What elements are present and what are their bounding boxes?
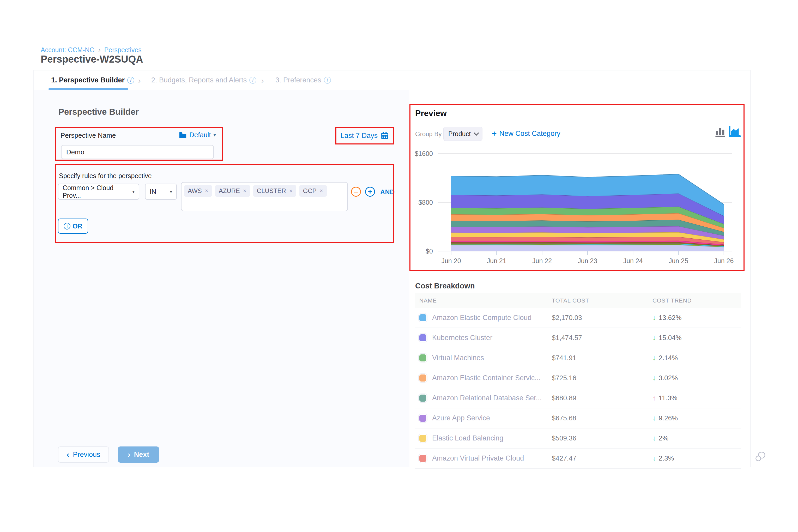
column-header-cost-trend: COST TREND	[652, 297, 741, 304]
column-header-total-cost: TOTAL COST	[552, 297, 652, 304]
svg-text:$1600: $1600	[415, 150, 433, 157]
row-trend-percent: 13.62%	[659, 314, 682, 322]
rule-value-chip: GCP×	[299, 185, 327, 197]
breadcrumb: Account: CCM-NG › Perspectives	[41, 46, 141, 54]
row-name: Azure App Service	[432, 414, 490, 422]
table-row[interactable]: Amazon Elastic Compute Cloud$2,170.03↓13…	[415, 308, 741, 328]
row-trend-percent: 2.14%	[659, 354, 678, 362]
active-tab-underline	[49, 88, 128, 90]
row-name: Amazon Virtual Private Cloud	[432, 454, 524, 462]
chip-remove-icon[interactable]: ×	[243, 188, 246, 194]
rule-operand-value: Common > Cloud Prov...	[62, 184, 132, 199]
trend-down-arrow-icon: ↓	[652, 374, 656, 382]
table-row[interactable]: Virtual Machines$741.91↓2.14%	[415, 348, 741, 368]
or-button-label: OR	[73, 223, 82, 230]
table-row[interactable]: Amazon Relational Database Ser...$680.89…	[415, 388, 741, 408]
rule-values-box[interactable]: AWS×AZURE×CLUSTER×GCP×	[181, 182, 348, 211]
cost-breakdown-table: NAME TOTAL COST COST TREND Amazon Elasti…	[415, 293, 741, 469]
chip-remove-icon[interactable]: ×	[320, 188, 323, 194]
row-trend-percent: 11.3%	[659, 394, 678, 402]
table-row[interactable]: Elastic Load Balancing$509.36↓2%	[415, 429, 741, 449]
trend-down-arrow-icon: ↓	[652, 454, 656, 462]
trend-up-arrow-icon: ↑	[652, 394, 656, 402]
remove-rule-button[interactable]: –	[351, 187, 361, 197]
chip-label: AWS	[188, 187, 202, 194]
folder-selector[interactable]: Default ▾	[179, 131, 216, 139]
date-range-label: Last 7 Days	[341, 132, 378, 140]
chevron-right-icon: ›	[128, 450, 130, 459]
row-total-cost: $725.16	[552, 374, 652, 382]
row-name: Virtual Machines	[432, 354, 484, 362]
series-color-swatch	[419, 375, 426, 382]
chip-label: AZURE	[219, 187, 240, 194]
caret-down-icon: ▾	[132, 189, 135, 194]
previous-button[interactable]: ‹ Previous	[58, 446, 109, 463]
row-name: Amazon Elastic Container Servic...	[432, 374, 540, 382]
row-total-cost: $741.91	[552, 354, 652, 362]
breadcrumb-perspectives-link[interactable]: Perspectives	[104, 46, 141, 54]
next-button-label: Next	[134, 451, 149, 459]
chevron-left-icon: ‹	[66, 450, 69, 459]
table-row[interactable]: Amazon Elastic Container Servic...$725.1…	[415, 368, 741, 388]
row-total-cost: $509.36	[552, 434, 652, 442]
svg-text:Jun 20: Jun 20	[441, 257, 461, 264]
tab-preferences-label: 3. Preferences	[276, 76, 321, 84]
tab-preferences[interactable]: 3. Preferences i	[276, 76, 331, 84]
series-color-swatch	[419, 415, 426, 422]
series-color-swatch	[419, 435, 426, 442]
table-row[interactable]: Kubernetes Cluster$1,474.57↓15.04%	[415, 328, 741, 348]
svg-text:Jun 24: Jun 24	[623, 257, 643, 264]
row-trend-percent: 2.3%	[659, 454, 674, 462]
row-name: Elastic Load Balancing	[432, 434, 503, 442]
rule-value-chip: CLUSTER×	[253, 185, 296, 197]
area-chart-toggle-icon[interactable]	[729, 126, 741, 138]
row-total-cost: $680.89	[552, 394, 652, 402]
info-icon: i	[324, 77, 331, 84]
chip-label: CLUSTER	[257, 187, 286, 194]
rule-value-chip: AZURE×	[215, 185, 250, 197]
series-color-swatch	[419, 334, 426, 341]
folder-icon	[179, 132, 187, 138]
chip-remove-icon[interactable]: ×	[289, 188, 292, 194]
series-color-swatch	[419, 355, 426, 361]
perspective-name-input[interactable]	[61, 145, 214, 159]
tab-perspective-builder[interactable]: 1. Perspective Builder i	[51, 76, 134, 84]
new-cost-category-label: New Cost Category	[499, 130, 560, 138]
rule-operator-dropdown[interactable]: IN ▾	[145, 184, 177, 200]
column-header-name: NAME	[419, 297, 552, 304]
folder-selector-label: Default	[189, 131, 211, 139]
chat-bubbles-icon[interactable]	[755, 451, 767, 463]
info-icon: i	[249, 77, 256, 84]
trend-down-arrow-icon: ↓	[652, 354, 656, 362]
series-color-swatch	[419, 395, 426, 402]
breadcrumb-account-link[interactable]: Account: CCM-NG	[41, 46, 95, 54]
group-by-dropdown[interactable]: Product	[443, 127, 482, 141]
svg-text:Jun 25: Jun 25	[669, 257, 688, 264]
add-rule-button[interactable]: +	[365, 187, 375, 197]
bar-chart-toggle-icon[interactable]	[715, 126, 725, 138]
chevron-right-icon: ›	[138, 76, 141, 85]
breadcrumb-separator-icon: ›	[98, 46, 101, 54]
row-name: Kubernetes Cluster	[432, 334, 492, 342]
row-name: Amazon Elastic Compute Cloud	[432, 314, 531, 322]
rule-value-chip: AWS×	[184, 185, 212, 197]
caret-down-icon: ▾	[213, 132, 216, 138]
add-or-rule-button[interactable]: + OR	[58, 218, 88, 234]
and-label: AND	[380, 188, 395, 196]
table-row[interactable]: Azure App Service$675.68↓9.26%	[415, 408, 741, 429]
chip-remove-icon[interactable]: ×	[205, 188, 208, 194]
row-total-cost: $2,170.03	[552, 314, 652, 322]
chevron-down-icon	[474, 130, 479, 136]
table-row[interactable]: Amazon Virtual Private Cloud$427.47↓2.3%	[415, 449, 741, 469]
page-title: Perspective-W2SUQA	[41, 54, 143, 65]
tab-budgets-reports-alerts[interactable]: 2. Budgets, Reports and Alerts i	[151, 76, 256, 84]
date-range-picker[interactable]: Last 7 Days	[337, 128, 393, 144]
new-cost-category-button[interactable]: + New Cost Category	[492, 129, 560, 138]
trend-down-arrow-icon: ↓	[652, 314, 656, 322]
next-button[interactable]: › Next	[118, 446, 159, 463]
svg-text:Jun 22: Jun 22	[532, 257, 552, 264]
rule-operator-value: IN	[150, 188, 156, 195]
rule-operand-dropdown[interactable]: Common > Cloud Prov... ▾	[58, 184, 139, 200]
tab-perspective-builder-label: 1. Perspective Builder	[51, 76, 125, 84]
series-color-swatch	[419, 314, 426, 321]
